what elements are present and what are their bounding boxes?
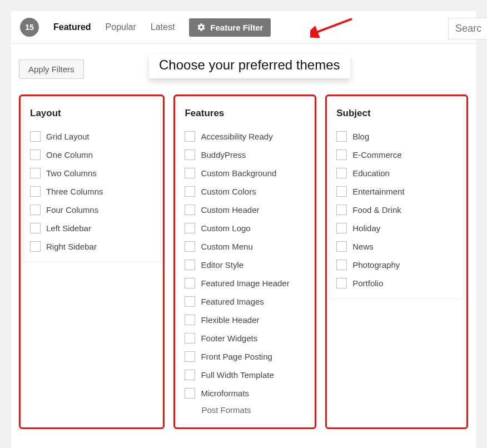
checkbox[interactable] <box>30 186 41 197</box>
checkbox[interactable] <box>336 131 347 142</box>
filter-option-label: Holiday <box>352 223 380 233</box>
gear-icon <box>197 23 206 32</box>
filter-option-label: Custom Header <box>201 205 259 215</box>
filter-option[interactable]: Food & Drink <box>336 205 457 215</box>
filter-option-label: Photography <box>352 260 400 270</box>
search-input[interactable] <box>448 18 487 39</box>
filter-option[interactable]: Photography <box>336 260 457 270</box>
filter-option[interactable]: Footer Widgets <box>185 333 305 344</box>
filter-option-label: Education <box>352 168 390 178</box>
filter-option[interactable]: Featured Images <box>185 296 305 307</box>
feature-filter-button[interactable]: Feature Filter <box>189 18 271 37</box>
filter-option[interactable]: Custom Menu <box>185 241 305 252</box>
column-title-layout: Layout <box>30 108 153 119</box>
tab-featured[interactable]: Featured <box>53 22 91 32</box>
checkbox[interactable] <box>185 260 195 270</box>
checkbox[interactable] <box>185 388 195 399</box>
filter-option-label: One Column <box>46 150 93 160</box>
checkbox[interactable] <box>185 150 195 160</box>
filter-option-label: Front Page Posting <box>201 352 272 361</box>
feature-filter-label: Feature Filter <box>210 23 263 32</box>
checkbox[interactable] <box>185 186 195 197</box>
checkbox[interactable] <box>336 241 347 252</box>
filter-option[interactable]: Holiday <box>336 223 457 233</box>
filter-option-label: Custom Background <box>201 168 276 178</box>
filter-option[interactable]: Blog <box>336 131 457 142</box>
filter-option-label: Full Width Template <box>201 370 274 380</box>
choose-themes-banner: Choose your preferred themes <box>149 54 350 78</box>
filter-option[interactable]: Entertainment <box>336 186 457 197</box>
checkbox[interactable] <box>336 205 347 215</box>
checkbox[interactable] <box>30 168 41 178</box>
checkbox[interactable] <box>30 205 41 215</box>
apply-filters-button[interactable]: Apply Filters <box>19 59 84 79</box>
checkbox[interactable] <box>336 223 347 233</box>
filter-option-label: Two Columns <box>46 168 97 178</box>
filter-option-label: Custom Menu <box>201 242 252 251</box>
filter-option-label: Right Sidebar <box>46 242 97 251</box>
filter-option-label: Left Sidebar <box>46 223 91 233</box>
filter-option[interactable]: Custom Header <box>185 205 305 215</box>
filter-option[interactable]: News <box>336 241 457 252</box>
filter-option-label: Blog <box>352 132 369 141</box>
filter-option-label: Featured Image Header <box>201 278 289 288</box>
checkbox[interactable] <box>336 186 347 197</box>
checkbox[interactable] <box>30 241 41 252</box>
checkbox[interactable] <box>185 351 195 362</box>
filter-option[interactable]: Front Page Posting <box>185 351 305 362</box>
checkbox[interactable] <box>336 260 347 270</box>
partial-next-item: Post Formats <box>185 405 305 415</box>
checkbox[interactable] <box>185 131 195 142</box>
filter-option[interactable]: Featured Image Header <box>185 278 305 288</box>
filter-option[interactable]: Full Width Template <box>185 370 305 380</box>
filter-option-label: Custom Logo <box>201 223 250 233</box>
checkbox[interactable] <box>336 168 347 178</box>
filter-option[interactable]: Editor Style <box>185 260 305 270</box>
checkbox[interactable] <box>185 370 195 380</box>
filter-option[interactable]: Four Columns <box>30 205 153 215</box>
filter-option[interactable]: Right Sidebar <box>30 241 153 252</box>
checkbox[interactable] <box>185 296 195 307</box>
checkbox[interactable] <box>30 223 41 233</box>
filter-option-label: Four Columns <box>46 205 98 215</box>
filter-option[interactable]: One Column <box>30 150 153 160</box>
filter-option[interactable]: Custom Background <box>185 168 305 178</box>
checkbox[interactable] <box>336 150 347 160</box>
tab-popular[interactable]: Popular <box>106 22 136 32</box>
filter-option-label: BuddyPress <box>201 150 246 160</box>
svg-line-0 <box>314 19 352 33</box>
column-title-features: Features <box>185 108 305 119</box>
annotation-arrow <box>310 18 355 40</box>
filter-option[interactable]: Microformats <box>185 388 305 399</box>
checkbox[interactable] <box>185 168 195 178</box>
filter-option[interactable]: Three Columns <box>30 186 153 197</box>
filter-option[interactable]: Accessibility Ready <box>185 131 305 142</box>
filter-column-subject: Subject BlogE-CommerceEducationEntertain… <box>325 94 468 429</box>
filter-option[interactable]: Grid Layout <box>30 131 153 142</box>
filter-option[interactable]: Left Sidebar <box>30 223 153 233</box>
theme-count-badge: 15 <box>20 18 39 37</box>
checkbox[interactable] <box>185 333 195 344</box>
checkbox[interactable] <box>30 150 41 160</box>
checkbox[interactable] <box>185 205 195 215</box>
filter-option-label: Portfolio <box>352 278 383 288</box>
filter-option[interactable]: Custom Logo <box>185 223 305 233</box>
checkbox[interactable] <box>30 131 41 142</box>
filter-option[interactable]: E-Commerce <box>336 150 457 160</box>
filter-option[interactable]: Custom Colors <box>185 186 305 197</box>
filter-column-layout: Layout Grid LayoutOne ColumnTwo ColumnsT… <box>19 94 165 429</box>
filter-option-label: Microformats <box>201 389 249 398</box>
filter-option-label: Accessibility Ready <box>201 132 272 141</box>
filter-option[interactable]: BuddyPress <box>185 150 305 160</box>
checkbox[interactable] <box>185 223 195 233</box>
filter-option[interactable]: Two Columns <box>30 168 153 178</box>
checkbox[interactable] <box>185 315 195 325</box>
checkbox[interactable] <box>185 278 195 288</box>
filter-option[interactable]: Portfolio <box>336 278 457 288</box>
checkbox[interactable] <box>336 278 347 288</box>
filter-option[interactable]: Education <box>336 168 457 178</box>
filter-option[interactable]: Flexible Header <box>185 315 305 325</box>
filter-option-label: Editor Style <box>201 260 244 270</box>
tab-latest[interactable]: Latest <box>151 22 175 32</box>
checkbox[interactable] <box>185 241 195 252</box>
